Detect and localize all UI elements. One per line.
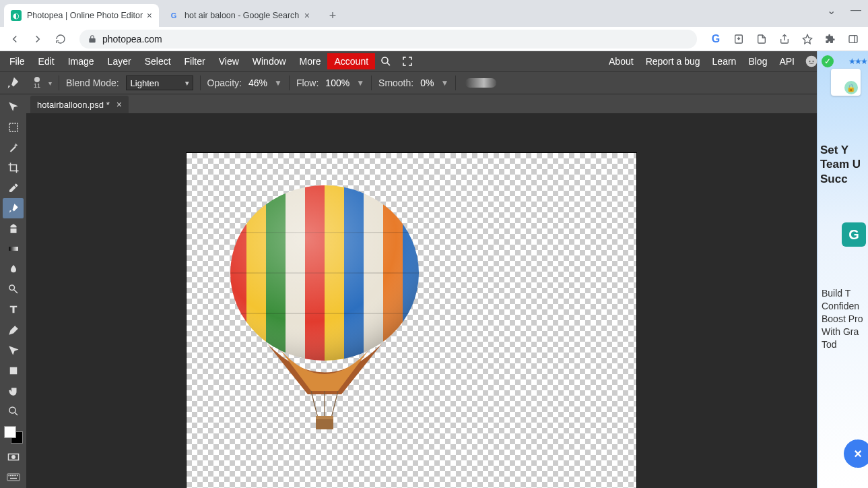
link-blog[interactable]: Blog: [742, 53, 773, 69]
svg-point-11: [9, 407, 15, 413]
tool-dodge[interactable]: [3, 280, 24, 299]
color-swatches[interactable]: [4, 426, 23, 444]
canvas-viewport[interactable]: [26, 113, 817, 488]
search-icon[interactable]: [378, 53, 394, 69]
menu-file[interactable]: File: [3, 53, 32, 69]
tool-hand[interactable]: [3, 381, 24, 400]
menu-view[interactable]: View: [212, 53, 246, 69]
svg-rect-15: [8, 475, 9, 477]
menu-account[interactable]: Account: [327, 53, 375, 69]
fullscreen-icon[interactable]: [399, 53, 415, 69]
tool-clone[interactable]: [3, 219, 24, 239]
menu-image[interactable]: Image: [61, 53, 101, 69]
smooth-dropdown-icon[interactable]: ▼: [440, 78, 448, 88]
omnibox[interactable]: photopea.com: [79, 30, 697, 49]
svg-point-33: [230, 185, 419, 361]
tool-crop[interactable]: [3, 158, 24, 177]
browser-toolbar: photopea.com G: [0, 27, 868, 51]
menu-edit[interactable]: Edit: [32, 53, 61, 69]
close-icon[interactable]: ×: [147, 10, 152, 21]
menu-more[interactable]: More: [293, 53, 328, 69]
fg-color-swatch[interactable]: [4, 426, 16, 438]
tool-blur[interactable]: [3, 260, 24, 279]
stars-icon: ★★★: [848, 57, 867, 66]
close-icon[interactable]: ×: [304, 10, 310, 21]
new-tab-button[interactable]: +: [323, 6, 342, 25]
link-report[interactable]: Report a bug: [640, 53, 706, 69]
smooth-value[interactable]: 0%: [420, 78, 434, 88]
photopea-app: File Edit Image Layer Select Filter View…: [0, 51, 868, 488]
ad-logo: G: [842, 222, 866, 247]
chevron-down-icon[interactable]: ⌄: [827, 4, 836, 17]
svg-rect-20: [17, 475, 18, 477]
reload-button[interactable]: [51, 30, 70, 49]
flow-dropdown-icon[interactable]: ▼: [356, 78, 364, 88]
link-learn[interactable]: Learn: [706, 53, 743, 69]
browser-tab-google[interactable]: G hot air baloon - Google Search ×: [162, 4, 316, 27]
minimize-icon[interactable]: —: [850, 4, 861, 17]
tool-move[interactable]: [3, 97, 24, 117]
ad-close-button[interactable]: ×: [844, 439, 868, 468]
chevron-down-icon[interactable]: ▾: [48, 80, 52, 87]
tool-pen[interactable]: [3, 320, 24, 340]
svg-rect-14: [7, 474, 19, 481]
browser-tab-photopea[interactable]: ◐ Photopea | Online Photo Editor ×: [4, 4, 159, 27]
google-icon[interactable]: G: [706, 30, 725, 49]
toolbox: [0, 94, 26, 488]
flow-value[interactable]: 100%: [325, 78, 349, 88]
tool-shape[interactable]: [3, 361, 24, 380]
opacity-dropdown-icon[interactable]: ▼: [274, 78, 282, 88]
tool-marquee[interactable]: [3, 117, 24, 137]
opacity-value[interactable]: 46%: [248, 78, 267, 88]
svg-rect-8: [9, 247, 18, 251]
menu-select[interactable]: Select: [138, 53, 178, 69]
lock-icon: 🔒: [844, 81, 858, 94]
tool-gradient[interactable]: [3, 239, 24, 259]
options-bar: 11 ▾ Blend Mode: Lighten Opacity: 46% ▼ …: [0, 71, 868, 94]
svg-rect-19: [15, 475, 16, 477]
tool-zoom[interactable]: [3, 401, 24, 421]
brush-preview[interactable]: [465, 78, 496, 88]
sidepanel-icon[interactable]: [844, 30, 863, 49]
document-tab[interactable]: hotairballoon.psd * ×: [30, 96, 129, 113]
link-about[interactable]: About: [603, 53, 640, 69]
tool-type[interactable]: [3, 300, 24, 319]
tool-path[interactable]: [3, 340, 24, 360]
svg-rect-35: [316, 416, 333, 419]
star-icon[interactable]: [798, 30, 817, 49]
svg-point-13: [11, 456, 15, 459]
menu-filter[interactable]: Filter: [178, 53, 212, 69]
menu-layer[interactable]: Layer: [101, 53, 138, 69]
svg-rect-17: [11, 475, 13, 477]
lock-icon: [88, 34, 97, 44]
extensions-icon[interactable]: [821, 30, 840, 49]
svg-rect-10: [9, 367, 17, 375]
share-icon[interactable]: [775, 30, 794, 49]
document-name: hotairballoon.psd *: [37, 100, 110, 110]
close-icon[interactable]: ×: [116, 99, 122, 110]
forward-button[interactable]: [28, 30, 47, 49]
opacity-label: Opacity:: [207, 78, 242, 88]
tool-wand[interactable]: [3, 138, 24, 157]
install-icon[interactable]: [729, 30, 748, 49]
blendmode-select[interactable]: Lighten: [126, 75, 193, 90]
svg-rect-7: [9, 123, 18, 131]
brush-preset-picker[interactable]: 11: [28, 74, 46, 92]
brush-size-label: 11: [34, 82, 40, 89]
tab-title: hot air baloon - Google Search: [185, 11, 299, 20]
svg-rect-18: [13, 475, 15, 477]
menubar: File Edit Image Layer Select Filter View…: [0, 51, 868, 71]
back-button[interactable]: [5, 30, 24, 49]
canvas[interactable]: [187, 153, 636, 488]
check-icon: ✓: [822, 55, 834, 67]
tool-keyboard[interactable]: [3, 468, 24, 487]
menu-window[interactable]: Window: [246, 53, 293, 69]
page-icon[interactable]: [752, 30, 771, 49]
tool-quickmask[interactable]: [3, 448, 24, 467]
flow-label: Flow:: [296, 78, 319, 88]
tool-brush[interactable]: [3, 198, 24, 218]
link-api[interactable]: API: [773, 53, 801, 69]
tool-eyedropper[interactable]: [3, 178, 24, 197]
url-text: photopea.com: [102, 34, 162, 44]
svg-rect-1: [849, 35, 857, 42]
